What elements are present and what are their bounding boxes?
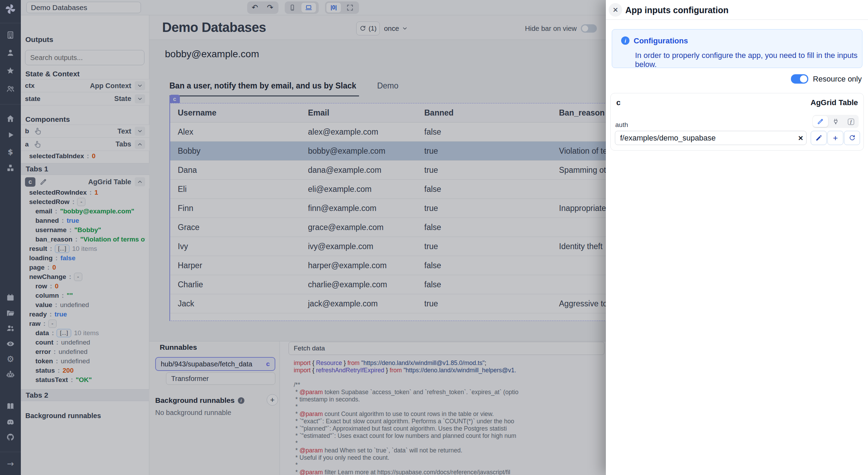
plug-icon [832,118,839,125]
resource-path-input[interactable] [615,131,807,145]
resource-only-toggle[interactable] [791,74,808,84]
drawer-title: App inputs configuration [625,5,728,15]
resource-only-row: Resource only [791,74,862,84]
configurations-alert: i Configurations In order to properly co… [612,29,862,68]
static-mode-button[interactable] [813,116,828,127]
card-component-id: c [616,98,620,107]
pencil-icon [815,134,823,142]
refresh-resource-button[interactable] [844,131,860,145]
drawer-header: × App inputs configuration [606,0,868,20]
clear-input-icon[interactable]: × [796,134,805,143]
auth-field-label: auth [615,121,628,129]
alert-title: Configurations [634,36,688,45]
info-icon: i [621,36,629,45]
refresh-icon [849,134,856,142]
edit-resource-button[interactable] [811,131,827,145]
drawer-backdrop[interactable] [0,0,606,475]
connect-mode-button[interactable] [828,115,843,128]
resource-only-label: Resource only [813,75,862,84]
close-drawer-button[interactable]: × [609,3,622,17]
add-resource-button[interactable]: + [827,131,843,145]
card-component-type: AgGrid Table [811,98,858,107]
eval-mode-button[interactable]: f [843,115,859,128]
alert-body: In order to properly configure the app, … [635,51,862,69]
function-icon: f [848,118,854,125]
close-icon: × [613,5,618,15]
pencil-icon [817,118,824,125]
windmill-app-editor: ↶ ↷ |0| $⚙→ Outputs State & Context ctx … [0,0,868,475]
component-input-card: c AgGrid Table f auth × + [610,93,864,151]
input-mode-segmented-control: f [813,115,859,128]
plus-icon: + [833,133,838,143]
app-inputs-drawer: × App inputs configuration i Configurati… [606,0,868,475]
